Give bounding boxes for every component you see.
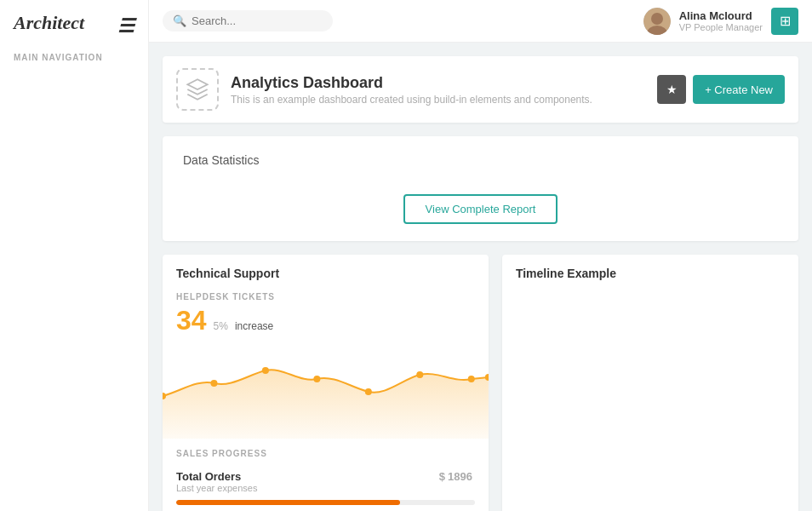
- total-orders-sub: Last year expenses: [176, 483, 257, 493]
- helpdesk-stats: 34 5% increase: [176, 305, 475, 336]
- helpdesk-percent: 5%: [214, 320, 228, 332]
- nav-section-title: MAIN NAVIGATION: [0, 43, 148, 66]
- total-orders-value: $1896: [439, 465, 475, 485]
- logo-text: Architect: [14, 12, 84, 33]
- logo-area: Architect ☰: [0, 0, 148, 43]
- search-box[interactable]: 🔍: [163, 10, 333, 32]
- timeline-title: Timeline Example: [502, 255, 798, 289]
- svg-point-4: [210, 380, 217, 387]
- page-header-actions: ★ + Create New: [657, 75, 785, 104]
- technical-support-panel: Technical Support HELPDESK TICKETS 34 5%…: [163, 255, 489, 511]
- main-content: 🔍 Alina Mclourd VP People Manager ⊞: [149, 0, 812, 511]
- app-icon[interactable]: ⊞: [771, 8, 798, 35]
- page-header: Analytics Dashboard This is an example d…: [163, 56, 798, 123]
- sidebar: Architect ☰ MAIN NAVIGATION: [0, 0, 149, 511]
- svg-point-9: [468, 376, 475, 382]
- search-icon: 🔍: [173, 14, 186, 27]
- svg-point-5: [262, 367, 269, 374]
- view-report-area: View Complete Report: [183, 194, 778, 224]
- bottom-row: Technical Support HELPDESK TICKETS 34 5%…: [163, 255, 798, 511]
- helpdesk-section: HELPDESK TICKETS 34 5% increase: [163, 289, 489, 336]
- data-statistics-card: Data Statistics View Complete Report: [163, 136, 798, 241]
- sidebar-nav: MAIN NAVIGATION: [0, 43, 148, 66]
- data-statistics-title: Data Statistics: [183, 153, 778, 167]
- page-header-icon: [176, 68, 219, 111]
- sales-label: SALES PROGRESS: [176, 449, 475, 458]
- view-report-button[interactable]: View Complete Report: [403, 194, 558, 224]
- page-description: This is an example dashboard created usi…: [231, 94, 592, 106]
- total-orders-title: Total Orders: [176, 470, 257, 483]
- avatar: [643, 8, 671, 35]
- hamburger-icon[interactable]: ☰: [117, 15, 134, 37]
- helpdesk-label: HELPDESK TICKETS: [176, 292, 475, 301]
- page-header-text: Analytics Dashboard This is an example d…: [231, 74, 592, 106]
- user-role: VP People Manager: [679, 22, 763, 32]
- star-button[interactable]: ★: [657, 75, 686, 104]
- page-title: Analytics Dashboard: [231, 74, 592, 92]
- svg-point-6: [313, 376, 320, 382]
- timeline-panel: Timeline Example: [502, 255, 798, 511]
- sales-info: Total Orders Last year expenses: [176, 470, 257, 493]
- svg-point-8: [416, 371, 423, 378]
- progress-fill: [176, 500, 400, 505]
- sales-row: Total Orders Last year expenses $1896: [176, 465, 475, 493]
- user-name: Alina Mclourd: [679, 9, 763, 22]
- user-info: Alina Mclourd VP People Manager: [679, 9, 763, 32]
- svg-point-7: [365, 388, 372, 395]
- chart-area: [163, 336, 489, 439]
- create-new-button[interactable]: + Create New: [693, 75, 785, 104]
- timeline-list: [502, 289, 798, 302]
- total-orders-amount: 1896: [448, 470, 472, 483]
- currency-symbol: $: [439, 470, 445, 483]
- topbar-right: Alina Mclourd VP People Manager ⊞: [643, 8, 798, 35]
- topbar: 🔍 Alina Mclourd VP People Manager ⊞: [149, 0, 812, 43]
- content-area: Analytics Dashboard This is an example d…: [149, 43, 812, 511]
- sales-progress-section: SALES PROGRESS Total Orders Last year ex…: [163, 439, 489, 511]
- helpdesk-number: 34: [176, 305, 207, 336]
- helpdesk-increase-text: increase: [235, 320, 273, 332]
- search-input[interactable]: [192, 14, 323, 27]
- progress-bar: [176, 500, 475, 505]
- svg-point-1: [651, 13, 663, 25]
- technical-support-title: Technical Support: [163, 255, 489, 289]
